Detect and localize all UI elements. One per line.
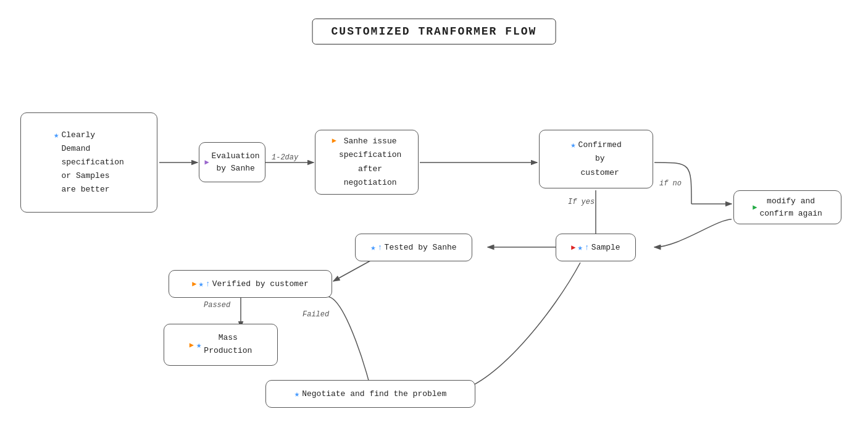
verified-text: Verified by customer xyxy=(212,279,309,289)
star-icon-sample: ★ xyxy=(578,242,583,253)
confirmed-node: ★ Confirmed by customer xyxy=(539,130,653,188)
arr-icon-sample: ↑ xyxy=(585,243,590,252)
tri-icon-mass: ▶ xyxy=(190,340,194,350)
tested-text: Tested by Sanhe xyxy=(385,243,457,252)
demand-text: Clearly Demand specification or Samples … xyxy=(62,129,124,196)
tri-icon-sample: ▶ xyxy=(571,243,575,252)
tri-icon-modify: ▶ xyxy=(753,203,757,212)
demand-node: ★ Clearly Demand specification or Sample… xyxy=(20,112,157,213)
negotiate-text: Negotiate and find the problem xyxy=(302,389,446,399)
diagram-title: CUSTOMIZED TRANFORMER FLOW xyxy=(312,19,556,44)
days-label: 1-2day xyxy=(272,153,298,162)
sanhe-issue-text: Sanhe issue specification after negotiat… xyxy=(339,135,401,189)
verified-node: ▶ ★ ↑ Verified by customer xyxy=(169,270,332,298)
tri-icon-eval: ▶ xyxy=(204,158,209,167)
star-icon-negotiate: ★ xyxy=(294,389,299,399)
evaluation-node: ▶ Evaluation by Sanhe xyxy=(199,142,265,182)
arr-icon-tested: ↑ xyxy=(378,243,383,252)
tri-icon-verified: ▶ xyxy=(192,279,196,289)
negotiate-node: ★ Negotiate and find the problem xyxy=(265,380,475,408)
arr-icon-verified: ↑ xyxy=(206,279,211,289)
star-icon-verified: ★ xyxy=(198,279,203,289)
mass-production-node: ▶ ★ Mass Production xyxy=(164,324,278,366)
confirmed-text: Confirmed by customer xyxy=(578,138,622,179)
failed-label: Failed xyxy=(303,310,329,319)
sample-node: ▶ ★ ↑ Sample xyxy=(556,234,636,261)
star-icon-demand: ★ xyxy=(54,130,59,140)
tri-icon-sanhe: ▶ xyxy=(332,136,336,145)
star-icon-tested: ★ xyxy=(370,242,375,253)
sample-text: Sample xyxy=(591,243,620,252)
flow-diagram: CUSTOMIZED TRANFORMER FLOW xyxy=(0,0,868,422)
sanhe-issue-node: ▶ Sanhe issue specification after negoti… xyxy=(315,130,419,195)
star-icon-confirmed: ★ xyxy=(570,140,575,150)
evaluation-text: Evaluation by Sanhe xyxy=(212,150,260,174)
star-icon-mass: ★ xyxy=(196,340,201,350)
passed-label: Passed xyxy=(204,301,230,310)
modify-text: modify and confirm again xyxy=(759,195,822,219)
mass-text: Mass Production xyxy=(204,332,252,358)
if-yes-label: If yes xyxy=(568,198,595,206)
title-text: CUSTOMIZED TRANFORMER FLOW xyxy=(332,25,537,38)
tested-node: ★ ↑ Tested by Sanhe xyxy=(355,234,472,261)
if-no-label: if no xyxy=(659,179,682,188)
modify-node: ▶ modify and confirm again xyxy=(733,190,841,224)
